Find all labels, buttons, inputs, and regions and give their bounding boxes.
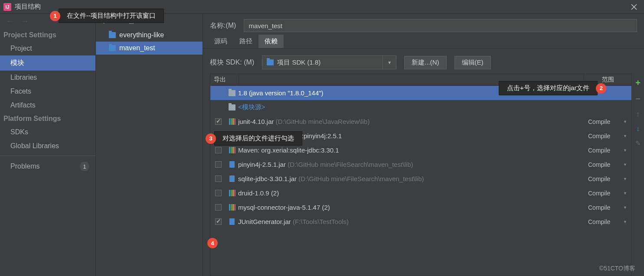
remove-dependency-button[interactable]: −: [635, 94, 641, 104]
dependency-scope[interactable]: Compile▼: [584, 161, 631, 168]
dependency-name: junit-4.10.jar (D:\GitHub mine\JavaRevie…: [238, 118, 584, 125]
dependency-scope[interactable]: Compile▼: [584, 175, 631, 182]
callout-text-3: 对选择后的文件进行勾选: [214, 131, 302, 146]
callout-1: 1 在文件--项目结构中打开该窗口: [50, 9, 164, 23]
export-checkbox[interactable]: [215, 161, 222, 168]
dependency-actions: + − ↑ ↓ ✎: [632, 74, 644, 276]
move-down-button[interactable]: ↓: [636, 125, 640, 133]
callout-badge-3: 3: [206, 133, 216, 144]
tab-paths[interactable]: 路径: [233, 35, 258, 48]
dependency-scope[interactable]: Compile▼: [584, 204, 631, 211]
sidebar-item-modules[interactable]: 模块: [0, 55, 95, 71]
folder-icon: [229, 104, 235, 110]
jar-icon: [229, 175, 235, 182]
dependency-name: Maven: org.xerial:sqlite-jdbc:3.30.1: [238, 146, 584, 154]
column-export: 导出: [210, 74, 239, 85]
add-dependency-button[interactable]: +: [635, 78, 641, 88]
edit-dependency-button[interactable]: ✎: [635, 140, 641, 147]
jar-icon: [229, 218, 235, 225]
module-label: everything-like: [119, 31, 164, 39]
section-platform-settings: Platform Settings: [0, 112, 95, 125]
dependency-scope[interactable]: Compile▼: [584, 190, 631, 197]
library-icon: [229, 190, 235, 196]
section-project-settings: Project Settings: [0, 29, 95, 42]
dependency-scope[interactable]: Compile▼: [584, 133, 631, 140]
dependency-name: mysql-connector-java-5.1.47 (2): [238, 204, 584, 211]
table-row[interactable]: JUnitGenerator.jar (F:\Tools\TestTools)C…: [210, 214, 631, 229]
library-icon: [229, 147, 235, 153]
export-checkbox[interactable]: [215, 147, 222, 153]
module-label: maven_test: [119, 44, 155, 52]
module-folder-icon: [109, 32, 116, 38]
callout-badge-2: 2: [596, 83, 606, 94]
new-sdk-button[interactable]: 新建...(N): [404, 56, 446, 69]
window-title: 项目结构: [15, 3, 41, 11]
module-list: + − 🗋 everything-like maven_test: [96, 14, 203, 276]
chevron-down-icon: ▼: [623, 120, 627, 124]
export-checkbox[interactable]: [215, 175, 222, 182]
move-up-button[interactable]: ↑: [636, 110, 640, 119]
dependency-scope[interactable]: Compile▼: [584, 147, 631, 154]
dependency-scope[interactable]: Compile▼: [584, 218, 631, 225]
table-row[interactable]: <模块源>: [210, 100, 631, 114]
sdk-folder-icon: [267, 59, 274, 65]
module-folder-icon: [109, 45, 116, 51]
chevron-down-icon: ▼: [623, 177, 627, 181]
table-row[interactable]: sqlite-jdbc-3.30.1.jar (D:\GitHub mine\F…: [210, 172, 631, 186]
forward-arrow-icon[interactable]: →: [21, 17, 29, 26]
sdk-label: 模块 SDK: (M): [210, 58, 254, 67]
table-row[interactable]: mysql-connector-java-5.1.47 (2)Compile▼: [210, 200, 631, 214]
dependency-table: 导出 范围 1.8 (java version "1.8.0_144")<模块源…: [210, 74, 632, 276]
export-checkbox[interactable]: [215, 118, 222, 125]
table-row[interactable]: junit-4.10.jar (D:\GitHub mine\JavaRevie…: [210, 114, 631, 129]
sidebar-item-problems[interactable]: Problems 1: [0, 159, 95, 174]
dependency-name: druid-1.0.9 (2): [238, 189, 584, 197]
chevron-down-icon: ▼: [623, 191, 627, 195]
sdk-value: 项目 SDK (1.8): [277, 58, 320, 67]
dependency-name: <模块源>: [238, 103, 584, 111]
export-checkbox[interactable]: [215, 204, 222, 211]
sidebar-item-facets[interactable]: Facets: [0, 84, 95, 98]
sidebar-item-sdks[interactable]: SDKs: [0, 125, 95, 139]
module-item-everything-like[interactable]: everything-like: [96, 29, 203, 42]
dependency-scope[interactable]: Compile▼: [584, 118, 631, 125]
library-icon: [229, 204, 235, 211]
dependency-name: JUnitGenerator.jar (F:\Tools\TestTools): [238, 218, 584, 225]
name-label: 名称:(M): [210, 21, 236, 30]
table-row[interactable]: pinyin4j-2.5.1.jar (D:\GitHub mine\FileS…: [210, 157, 631, 172]
close-button[interactable]: [624, 0, 644, 14]
module-item-maven-test[interactable]: maven_test: [96, 42, 203, 55]
library-icon: [229, 118, 235, 125]
callout-4: 4: [207, 238, 218, 248]
sdk-select[interactable]: 项目 SDK (1.8) ▼: [262, 55, 396, 69]
close-icon: [631, 4, 637, 10]
folder-icon: [229, 90, 235, 96]
edit-sdk-button[interactable]: 编辑(E): [454, 56, 491, 69]
callout-badge-1: 1: [50, 11, 60, 21]
back-arrow-icon[interactable]: ←: [6, 17, 14, 26]
tab-dependencies[interactable]: 依赖: [258, 35, 284, 48]
jar-icon: [229, 161, 235, 168]
chevron-down-icon: ▼: [623, 205, 627, 210]
problems-badge: 1: [80, 162, 89, 171]
sidebar-item-artifacts[interactable]: Artifacts: [0, 98, 95, 112]
tab-sources[interactable]: 源码: [208, 35, 233, 48]
module-name-input[interactable]: [244, 19, 637, 32]
sidebar-item-global-libraries[interactable]: Global Libraries: [0, 139, 95, 153]
watermark: ©51CTO博客: [599, 265, 635, 273]
chevron-down-icon: ▼: [623, 134, 627, 138]
callout-text-1: 在文件--项目结构中打开该窗口: [59, 9, 164, 23]
sidebar-item-libraries[interactable]: Libraries: [0, 71, 95, 84]
callout-text-2: 点击+号，选择对应的jar文件: [499, 81, 598, 95]
sidebar: ← → Project Settings Project 模块 Librarie…: [0, 14, 96, 276]
export-checkbox[interactable]: [215, 218, 222, 225]
export-checkbox[interactable]: [215, 190, 222, 196]
chevron-down-icon: ▼: [623, 220, 627, 224]
table-row[interactable]: druid-1.0.9 (2)Compile▼: [210, 186, 631, 200]
callout-2: 2 点击+号，选择对应的jar文件: [499, 81, 606, 95]
sidebar-item-project[interactable]: Project: [0, 42, 95, 55]
divider: [0, 156, 95, 156]
callout-3: 3 对选择后的文件进行勾选: [206, 131, 302, 146]
chevron-down-icon: ▼: [623, 148, 627, 153]
problems-label: Problems: [10, 162, 40, 170]
